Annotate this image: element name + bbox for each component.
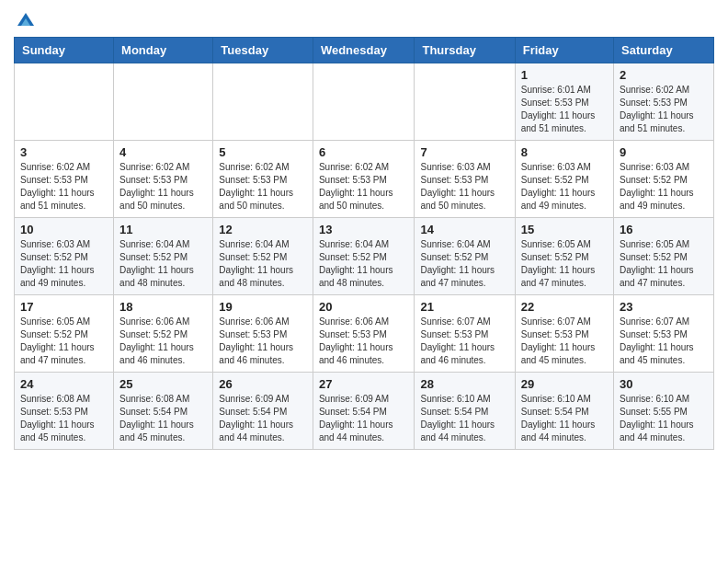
- calendar-day-cell: 4Sunrise: 6:02 AM Sunset: 5:53 PM Daylig…: [114, 141, 213, 218]
- calendar-header-row: SundayMondayTuesdayWednesdayThursdayFrid…: [15, 38, 714, 63]
- day-number: 22: [521, 300, 608, 314]
- day-number: 23: [620, 300, 708, 314]
- day-info: Sunrise: 6:03 AM Sunset: 5:52 PM Dayligh…: [620, 161, 708, 213]
- day-number: 8: [521, 145, 608, 159]
- day-info: Sunrise: 6:10 AM Sunset: 5:54 PM Dayligh…: [521, 393, 608, 444]
- day-info: Sunrise: 6:09 AM Sunset: 5:54 PM Dayligh…: [219, 393, 307, 444]
- day-number: 5: [219, 145, 307, 159]
- day-info: Sunrise: 6:04 AM Sunset: 5:52 PM Dayligh…: [219, 238, 307, 290]
- day-info: Sunrise: 6:07 AM Sunset: 5:53 PM Dayligh…: [521, 316, 608, 367]
- weekday-header-saturday: Saturday: [614, 38, 714, 63]
- calendar-day-cell: 15Sunrise: 6:05 AM Sunset: 5:52 PM Dayli…: [515, 218, 613, 295]
- calendar-day-cell: [114, 63, 213, 141]
- day-number: 9: [620, 145, 708, 159]
- calendar-day-cell: 20Sunrise: 6:06 AM Sunset: 5:53 PM Dayli…: [313, 295, 415, 373]
- day-info: Sunrise: 6:03 AM Sunset: 5:53 PM Dayligh…: [420, 161, 508, 213]
- calendar-day-cell: 24Sunrise: 6:08 AM Sunset: 5:53 PM Dayli…: [15, 373, 114, 450]
- calendar-day-cell: 10Sunrise: 6:03 AM Sunset: 5:52 PM Dayli…: [15, 218, 114, 295]
- day-number: 20: [319, 300, 409, 314]
- calendar-day-cell: 7Sunrise: 6:03 AM Sunset: 5:53 PM Daylig…: [415, 141, 515, 218]
- day-info: Sunrise: 6:09 AM Sunset: 5:54 PM Dayligh…: [319, 393, 409, 444]
- calendar-week-row: 1Sunrise: 6:01 AM Sunset: 5:53 PM Daylig…: [15, 63, 714, 141]
- weekday-header-monday: Monday: [114, 38, 213, 63]
- day-number: 7: [420, 145, 508, 159]
- calendar-day-cell: 21Sunrise: 6:07 AM Sunset: 5:53 PM Dayli…: [415, 295, 515, 373]
- day-info: Sunrise: 6:10 AM Sunset: 5:54 PM Dayligh…: [420, 393, 508, 444]
- calendar-day-cell: 27Sunrise: 6:09 AM Sunset: 5:54 PM Dayli…: [313, 373, 415, 450]
- day-number: 17: [20, 300, 108, 314]
- calendar-day-cell: 19Sunrise: 6:06 AM Sunset: 5:53 PM Dayli…: [213, 295, 313, 373]
- day-number: 6: [319, 145, 409, 159]
- day-number: 24: [20, 377, 108, 391]
- day-info: Sunrise: 6:04 AM Sunset: 5:52 PM Dayligh…: [119, 238, 207, 290]
- header: [14, 9, 714, 29]
- day-number: 26: [219, 377, 307, 391]
- calendar-week-row: 24Sunrise: 6:08 AM Sunset: 5:53 PM Dayli…: [15, 373, 714, 450]
- calendar-day-cell: 2Sunrise: 6:02 AM Sunset: 5:53 PM Daylig…: [614, 63, 714, 141]
- day-number: 1: [521, 68, 608, 82]
- calendar-day-cell: 22Sunrise: 6:07 AM Sunset: 5:53 PM Dayli…: [515, 295, 613, 373]
- calendar-day-cell: 14Sunrise: 6:04 AM Sunset: 5:52 PM Dayli…: [415, 218, 515, 295]
- calendar-day-cell: 17Sunrise: 6:05 AM Sunset: 5:52 PM Dayli…: [15, 295, 114, 373]
- day-info: Sunrise: 6:08 AM Sunset: 5:54 PM Dayligh…: [119, 393, 207, 444]
- calendar-day-cell: 30Sunrise: 6:10 AM Sunset: 5:55 PM Dayli…: [614, 373, 714, 450]
- logo-icon: [16, 9, 36, 29]
- calendar-table: SundayMondayTuesdayWednesdayThursdayFrid…: [14, 37, 714, 450]
- day-number: 14: [420, 223, 508, 236]
- day-number: 2: [620, 68, 708, 82]
- day-number: 19: [219, 300, 307, 314]
- calendar-day-cell: 23Sunrise: 6:07 AM Sunset: 5:53 PM Dayli…: [614, 295, 714, 373]
- day-number: 4: [119, 145, 207, 159]
- day-number: 16: [620, 223, 708, 236]
- calendar-day-cell: [415, 63, 515, 141]
- day-info: Sunrise: 6:08 AM Sunset: 5:53 PM Dayligh…: [20, 393, 108, 444]
- calendar-day-cell: 29Sunrise: 6:10 AM Sunset: 5:54 PM Dayli…: [515, 373, 613, 450]
- calendar-day-cell: 18Sunrise: 6:06 AM Sunset: 5:52 PM Dayli…: [114, 295, 213, 373]
- day-info: Sunrise: 6:05 AM Sunset: 5:52 PM Dayligh…: [521, 238, 608, 290]
- day-info: Sunrise: 6:07 AM Sunset: 5:53 PM Dayligh…: [620, 316, 708, 367]
- calendar-day-cell: 25Sunrise: 6:08 AM Sunset: 5:54 PM Dayli…: [114, 373, 213, 450]
- calendar-day-cell: 9Sunrise: 6:03 AM Sunset: 5:52 PM Daylig…: [614, 141, 714, 218]
- day-number: 11: [119, 223, 207, 236]
- day-info: Sunrise: 6:05 AM Sunset: 5:52 PM Dayligh…: [20, 316, 108, 367]
- weekday-header-sunday: Sunday: [15, 38, 114, 63]
- calendar-week-row: 10Sunrise: 6:03 AM Sunset: 5:52 PM Dayli…: [15, 218, 714, 295]
- day-number: 10: [20, 223, 108, 236]
- day-number: 25: [119, 377, 207, 391]
- weekday-header-thursday: Thursday: [415, 38, 515, 63]
- calendar-day-cell: 28Sunrise: 6:10 AM Sunset: 5:54 PM Dayli…: [415, 373, 515, 450]
- day-info: Sunrise: 6:02 AM Sunset: 5:53 PM Dayligh…: [20, 161, 108, 213]
- day-number: 29: [521, 377, 608, 391]
- day-number: 28: [420, 377, 508, 391]
- calendar-day-cell: 1Sunrise: 6:01 AM Sunset: 5:53 PM Daylig…: [515, 63, 613, 141]
- weekday-header-wednesday: Wednesday: [313, 38, 415, 63]
- calendar-day-cell: [15, 63, 114, 141]
- day-number: 27: [319, 377, 409, 391]
- weekday-header-friday: Friday: [515, 38, 613, 63]
- day-info: Sunrise: 6:06 AM Sunset: 5:53 PM Dayligh…: [219, 316, 307, 367]
- day-info: Sunrise: 6:02 AM Sunset: 5:53 PM Dayligh…: [219, 161, 307, 213]
- calendar-week-row: 17Sunrise: 6:05 AM Sunset: 5:52 PM Dayli…: [15, 295, 714, 373]
- calendar-day-cell: 12Sunrise: 6:04 AM Sunset: 5:52 PM Dayli…: [213, 218, 313, 295]
- calendar-week-row: 3Sunrise: 6:02 AM Sunset: 5:53 PM Daylig…: [15, 141, 714, 218]
- calendar-day-cell: 11Sunrise: 6:04 AM Sunset: 5:52 PM Dayli…: [114, 218, 213, 295]
- logo: [14, 9, 36, 29]
- calendar-day-cell: 16Sunrise: 6:05 AM Sunset: 5:52 PM Dayli…: [614, 218, 714, 295]
- day-info: Sunrise: 6:02 AM Sunset: 5:53 PM Dayligh…: [119, 161, 207, 213]
- day-number: 12: [219, 223, 307, 236]
- day-number: 21: [420, 300, 508, 314]
- day-number: 3: [20, 145, 108, 159]
- day-info: Sunrise: 6:05 AM Sunset: 5:52 PM Dayligh…: [620, 238, 708, 290]
- weekday-header-tuesday: Tuesday: [213, 38, 313, 63]
- day-info: Sunrise: 6:10 AM Sunset: 5:55 PM Dayligh…: [620, 393, 708, 444]
- calendar-day-cell: 8Sunrise: 6:03 AM Sunset: 5:52 PM Daylig…: [515, 141, 613, 218]
- page: SundayMondayTuesdayWednesdayThursdayFrid…: [0, 0, 728, 464]
- day-info: Sunrise: 6:03 AM Sunset: 5:52 PM Dayligh…: [521, 161, 608, 213]
- calendar-day-cell: 3Sunrise: 6:02 AM Sunset: 5:53 PM Daylig…: [15, 141, 114, 218]
- calendar-day-cell: 5Sunrise: 6:02 AM Sunset: 5:53 PM Daylig…: [213, 141, 313, 218]
- calendar-day-cell: 6Sunrise: 6:02 AM Sunset: 5:53 PM Daylig…: [313, 141, 415, 218]
- day-info: Sunrise: 6:01 AM Sunset: 5:53 PM Dayligh…: [521, 84, 608, 135]
- day-info: Sunrise: 6:02 AM Sunset: 5:53 PM Dayligh…: [620, 84, 708, 135]
- day-info: Sunrise: 6:06 AM Sunset: 5:52 PM Dayligh…: [119, 316, 207, 367]
- day-info: Sunrise: 6:02 AM Sunset: 5:53 PM Dayligh…: [319, 161, 409, 213]
